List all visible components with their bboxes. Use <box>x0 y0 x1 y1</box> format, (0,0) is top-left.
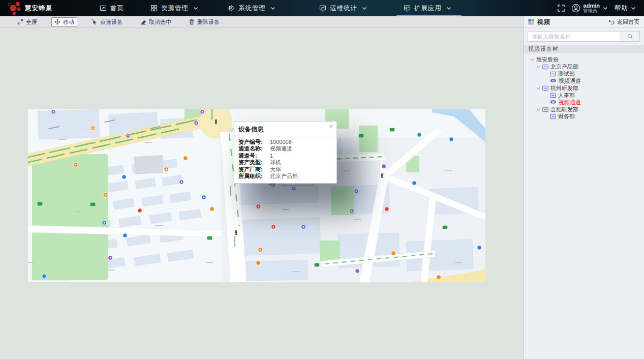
main-menu: 首页 资源管理 系统管理 <box>76 0 451 16</box>
back-home-link[interactable]: 返回首页 <box>608 18 639 26</box>
nav-item-resources[interactable]: 资源管理 <box>150 0 198 16</box>
tree-node-label: 视频通道 <box>559 99 581 106</box>
apps-monitor-icon <box>404 5 411 12</box>
brand-logo: 慧安蜂巢 <box>0 1 76 15</box>
camera-icon <box>550 100 557 105</box>
chevron-down-icon[interactable] <box>536 66 541 68</box>
nav-item-system[interactable]: 系统管理 <box>228 0 275 16</box>
tree-search <box>528 31 640 42</box>
fullscreen-button[interactable]: 全屏 <box>14 17 40 27</box>
pick-device-button[interactable]: 点选设备 <box>88 17 126 27</box>
popup-field-channel-name: 通道名称: 视频通道 <box>238 145 332 152</box>
tree-node-label: 合肥研发部 <box>550 106 578 113</box>
tool-label: 全屏 <box>26 18 37 26</box>
tree-node-label: 北京产品部 <box>550 63 578 71</box>
home-screen-icon <box>100 5 107 12</box>
sidebar-title: 视频 <box>537 18 550 26</box>
user-role: 管理员 <box>584 8 600 13</box>
chevron-down-icon[interactable] <box>536 108 541 111</box>
user-avatar-icon <box>571 4 580 13</box>
popup-title: 设备信息 <box>238 126 264 133</box>
org-icon <box>542 64 548 70</box>
chevron-down-icon[interactable] <box>530 58 535 61</box>
colored-grid-icon <box>528 19 534 25</box>
help-menu[interactable]: 帮助 <box>615 4 636 13</box>
device-info-popup: 设备信息 × 资产编号: 1000008 通道名称: 视频通道 通道号: 1 <box>234 121 337 184</box>
chevron-down-icon <box>603 7 608 10</box>
deselect-button[interactable]: 取消选中 <box>137 17 174 27</box>
close-icon[interactable]: × <box>329 123 333 130</box>
video-device-tree: 慧安股份 北京产品部 测试部 <box>524 53 644 120</box>
tree-node-video-channel-beijing[interactable]: 视频通道 <box>524 77 644 84</box>
nav-item-label: 扩展应用 <box>414 4 442 13</box>
chevron-down-icon[interactable] <box>536 87 541 89</box>
tree-node-label: 人事部 <box>558 92 575 99</box>
tool-label: 删除设备 <box>197 18 220 26</box>
popup-field-asset-id: 资产编号: 1000008 <box>238 139 332 145</box>
nav-item-label: 运维统计 <box>330 4 357 13</box>
video-sidebar: 视频 返回首页 视频设备树 <box>523 16 644 359</box>
select-cursor-icon <box>91 19 98 25</box>
search-input[interactable] <box>528 31 621 42</box>
tree-node-hefei-dept[interactable]: 合肥研发部 <box>524 106 644 113</box>
app-window: 慧安蜂巢 首页 资源管理 <box>0 0 644 359</box>
gear-icon <box>228 5 235 12</box>
nav-item-label: 首页 <box>110 4 124 13</box>
nav-item-label: 资源管理 <box>161 4 189 13</box>
nav-item-ops-stats[interactable]: 运维统计 <box>319 0 367 16</box>
chart-monitor-icon <box>319 5 326 12</box>
tool-label: 移动 <box>63 18 74 26</box>
popup-field-channel-no: 通道号: 1 <box>238 153 332 159</box>
tree-node-hangzhou-dept[interactable]: 杭州研发部 <box>524 84 644 92</box>
search-button[interactable] <box>621 31 640 42</box>
org-icon <box>542 85 548 91</box>
org-icon <box>542 107 548 112</box>
grid-icon <box>150 5 158 12</box>
nav-item-label: 系统管理 <box>238 4 266 13</box>
search-icon <box>627 34 633 40</box>
sidebar-header: 视频 返回首页 <box>524 16 644 28</box>
move-button[interactable]: 移动 <box>51 17 77 27</box>
tree-node-label: 测试部 <box>558 70 575 78</box>
nav-item-extensions[interactable]: 扩展应用 <box>404 0 451 16</box>
camera-icon <box>550 78 557 83</box>
main-content: 设备信息 × 资产编号: 1000008 通道名称: 视频通道 通道号: 1 <box>0 28 523 359</box>
return-arrow-icon <box>608 19 615 25</box>
fullscreen-icon[interactable] <box>558 5 565 12</box>
chevron-down-icon <box>631 7 636 10</box>
chevron-down-icon <box>446 7 451 10</box>
org-icon <box>550 114 556 119</box>
tree-node-label: 慧安股份 <box>536 56 559 64</box>
navbar-right-cluster: admin 管理员 帮助 <box>558 0 644 16</box>
user-menu[interactable]: admin 管理员 <box>571 3 608 13</box>
popup-field-org: 所属组织: 北京产品部 <box>238 173 332 180</box>
tree-section-header: 视频设备树 <box>524 45 644 53</box>
popup-header: 设备信息 × <box>234 122 336 136</box>
honeycomb-logo-icon <box>7 1 21 15</box>
nav-item-home[interactable]: 首页 <box>100 0 124 16</box>
delete-device-button[interactable]: 删除设备 <box>186 17 223 27</box>
tree-node-beijing-dept[interactable]: 北京产品部 <box>524 63 644 70</box>
tree-node-hr-dept[interactable]: 人事部 <box>524 92 644 99</box>
chevron-down-icon <box>270 7 275 10</box>
tree-node-test-dept[interactable]: 测试部 <box>524 70 644 77</box>
top-navbar: 慧安蜂巢 首页 资源管理 <box>0 0 644 16</box>
chevron-down-icon <box>362 7 367 10</box>
map-canvas[interactable]: 设备信息 × 资产编号: 1000008 通道名称: 视频通道 通道号: 1 <box>28 109 485 282</box>
popup-field-asset-type: 资产类型: 球机 <box>238 159 332 166</box>
org-icon <box>550 93 556 98</box>
tree-node-label: 财务部 <box>558 113 575 121</box>
org-icon <box>550 71 556 77</box>
tree-node-video-channel-hangzhou[interactable]: 视频通道 <box>524 99 644 106</box>
expand-arrows-icon <box>17 19 23 25</box>
brand-name: 慧安蜂巢 <box>25 4 52 13</box>
tree-node-finance-dept[interactable]: 财务部 <box>524 113 644 120</box>
map-toolbar: 全屏 移动 点选设备 取消选中 <box>0 16 524 28</box>
tree-node-label: 视频通道 <box>559 77 581 85</box>
user-name: admin <box>584 3 600 8</box>
tool-label: 取消选中 <box>149 18 171 26</box>
move-cross-icon <box>54 19 60 25</box>
popup-field-vendor: 资产厂商: 大华 <box>238 166 332 173</box>
tree-node-company[interactable]: 慧安股份 <box>524 56 644 63</box>
tool-label: 点选设备 <box>100 18 122 26</box>
